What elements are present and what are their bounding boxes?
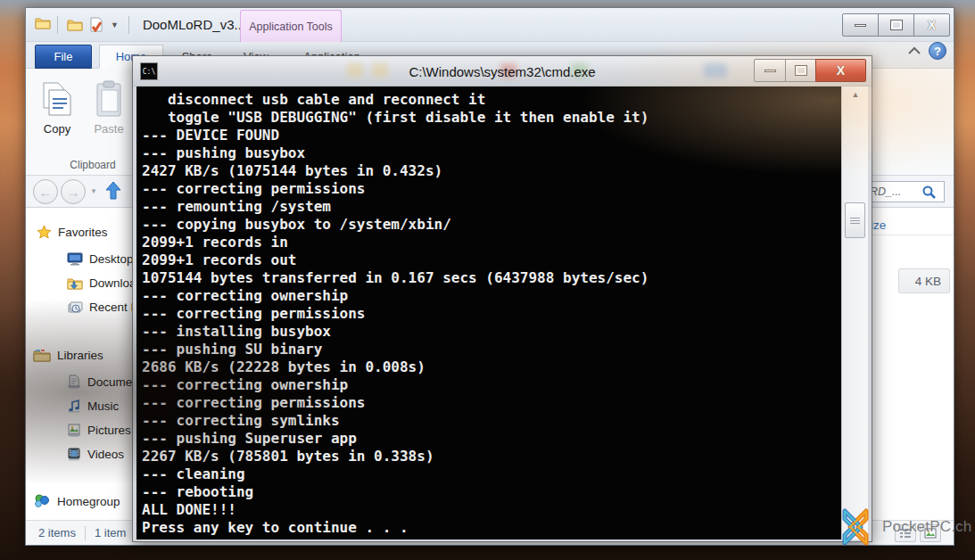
selected-count: 1 item [95, 526, 126, 539]
separator [128, 16, 129, 34]
details-view-icon [899, 528, 912, 539]
console-output[interactable]: disconnect usb cable and reconnect it to… [136, 86, 843, 539]
qat-folder-button[interactable] [64, 14, 86, 36]
maximize-icon [796, 66, 806, 75]
items-count: 2 items [38, 526, 76, 539]
console-line: --- correcting ownership [142, 287, 843, 305]
tab-file[interactable]: File [35, 45, 92, 69]
close-button[interactable]: X [815, 59, 866, 82]
separator [57, 16, 58, 34]
ribbon-collapse-button[interactable] [907, 43, 921, 59]
paste-label: Paste [94, 122, 123, 136]
desktop-icon [67, 252, 83, 266]
desktop: ▼ DooMLoRD_v3... Application Tools X Fil… [0, 0, 975, 560]
console-line: --- correcting permissions [142, 305, 843, 323]
downloads-icon [67, 276, 83, 290]
sidebar-label: Favorites [58, 226, 108, 239]
sidebar-item-videos[interactable]: Videos [67, 444, 124, 464]
thumbnail-view-icon [924, 528, 937, 539]
close-button[interactable]: X [913, 13, 950, 37]
copy-label: Copy [44, 122, 70, 136]
search-icon [921, 184, 937, 200]
maximize-icon [891, 21, 902, 29]
console-line: 2686 KB/s (22228 bytes in 0.008s) [142, 358, 843, 376]
help-button[interactable]: ? [929, 42, 946, 60]
console-line: --- rebooting [142, 483, 843, 501]
sidebar-section-libraries[interactable]: Libraries [33, 345, 103, 365]
file-size-cell[interactable]: 4 KB [898, 268, 950, 293]
qat-properties-button[interactable] [86, 14, 107, 36]
cmd-titlebar: C:\ C:\Windows\system32\cmd.exe X [133, 56, 872, 86]
paste-icon [93, 79, 125, 119]
console-line: --- pushing SU binary [142, 341, 843, 358]
sidebar-label: Videos [87, 448, 124, 461]
console-line: Press any key to continue . . . [142, 519, 843, 537]
sidebar-label: Pictures [87, 424, 131, 437]
scrollbar-thumb[interactable] [845, 202, 865, 238]
homegroup-icon [33, 493, 51, 509]
minimize-button[interactable] [842, 13, 879, 37]
up-button[interactable] [104, 180, 122, 205]
cmd-caption-buttons: X [755, 59, 866, 82]
up-icon [104, 180, 122, 202]
sidebar-section-favorites[interactable]: Favorites [37, 222, 108, 242]
minimize-icon [855, 24, 866, 27]
close-icon: X [837, 63, 845, 78]
separator [85, 526, 86, 540]
console-line: disconnect usb cable and reconnect it [142, 91, 843, 109]
console-line: --- correcting permissions [142, 394, 843, 412]
sidebar-label: Homegroup [57, 495, 120, 508]
maximize-button[interactable] [878, 13, 914, 37]
sidebar-label: Music [87, 399, 119, 413]
star-icon [37, 225, 52, 239]
paste-button[interactable]: Paste [85, 74, 133, 152]
details-view-button[interactable] [895, 524, 916, 542]
console-line: 2099+1 records out [142, 251, 843, 269]
forward-icon: → [67, 185, 80, 200]
sidebar-label: Desktop [89, 252, 134, 266]
console-line: --- cleaning [142, 465, 843, 483]
documents-icon [67, 375, 81, 389]
console-line: --- correcting permissions [142, 180, 843, 198]
console-line: 2267 KB/s (785801 bytes in 0.338s) [142, 448, 843, 465]
console-line: --- DEVICE FOUND [142, 127, 843, 144]
console-line: 2099+1 records in [142, 234, 843, 251]
back-icon: ← [39, 185, 53, 200]
console-line: ALL DONE!!! [142, 501, 843, 519]
console-line: --- installing busybox [142, 323, 843, 341]
console-line: 1075144 bytes transferred in 0.167 secs … [142, 269, 843, 287]
console-line: --- pushing busybox [142, 144, 843, 162]
close-icon: X [928, 18, 936, 32]
sidebar-section-homegroup[interactable]: Homegroup [33, 491, 120, 511]
recent-places-icon [67, 301, 83, 314]
console-line: --- correcting ownership [142, 376, 843, 394]
console-line: --- correcting symlinks [142, 412, 843, 430]
qat-dropdown-caret-icon[interactable]: ▼ [107, 21, 122, 29]
explorer-titlebar: ▼ DooMLoRD_v3... Application Tools X [26, 8, 954, 42]
music-icon [67, 399, 81, 413]
cmd-window: C:\ C:\Windows\system32\cmd.exe X discon… [132, 55, 872, 542]
console-line: --- copying busybox to /system/xbin/ [142, 216, 843, 234]
pictures-icon [67, 423, 81, 437]
scroll-up-icon[interactable]: ▲ [842, 86, 869, 103]
maximize-button[interactable] [785, 59, 816, 82]
explorer-caption-buttons: X [843, 13, 950, 37]
thumbnail-view-button[interactable] [920, 524, 941, 542]
sidebar-item-pictures[interactable]: Pictures [67, 420, 131, 440]
console-scrollbar[interactable]: ▲ ▼ [841, 86, 868, 539]
folder-window-icon [35, 16, 51, 33]
sidebar-item-music[interactable]: Music [67, 396, 119, 416]
forward-button[interactable]: → [61, 179, 86, 204]
scroll-down-icon[interactable]: ▼ [842, 523, 869, 539]
application-tools-contextual-tab[interactable]: Application Tools [240, 10, 342, 42]
sidebar-label: Libraries [57, 349, 103, 362]
console-line: --- pushing Superuser app [142, 430, 843, 448]
copy-icon [40, 79, 74, 119]
console-line: toggle "USB DEBUGGING" (first disable it… [142, 109, 843, 127]
copy-button[interactable]: Copy [33, 74, 81, 152]
minimize-button[interactable] [754, 59, 786, 82]
back-button[interactable]: ← [33, 179, 58, 204]
console-line: 2427 KB/s (1075144 bytes in 0.432s) [142, 162, 843, 180]
recent-pages-caret-icon[interactable]: ▼ [90, 187, 97, 195]
sidebar-item-desktop[interactable]: Desktop [67, 249, 134, 268]
